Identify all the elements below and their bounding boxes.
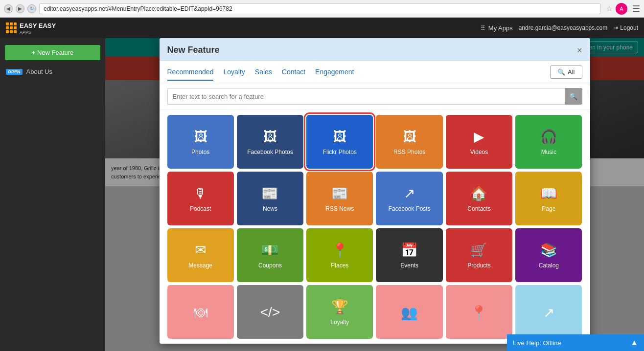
feature-icon: 📰 — [261, 185, 278, 201]
feature-icon: 🏠 — [470, 185, 487, 201]
main-area: Open in your phone Grillz year of 1980, … — [105, 38, 644, 351]
browser-bar: ◀ ▶ ↻ ☆ A ☰ — [0, 0, 644, 18]
search-button[interactable]: 🔍 — [565, 88, 582, 105]
feature-icon: 🏆 — [331, 299, 348, 315]
tab-sales[interactable]: Sales — [255, 68, 272, 81]
feature-item[interactable]: 🏠Contacts — [446, 172, 512, 225]
search-input[interactable] — [167, 88, 565, 105]
feature-icon: 📍 — [331, 242, 348, 258]
feature-icon: ↗ — [404, 185, 415, 201]
feature-icon: ▶ — [474, 129, 484, 145]
feature-item[interactable]: 📖Page — [515, 172, 582, 225]
feature-icon: </> — [260, 305, 280, 320]
back-button[interactable]: ◀ — [4, 4, 13, 13]
feature-label: Events — [400, 262, 418, 270]
feature-item[interactable]: ✉Message — [167, 228, 234, 282]
forward-button[interactable]: ▶ — [16, 4, 24, 13]
feature-label: RSS News — [325, 205, 354, 213]
feature-item[interactable]: 🖼Photos — [167, 115, 234, 169]
logout-icon: ⇥ — [613, 24, 618, 31]
feature-grid: 🖼Photos🖼Facebook Photos🖼Flickr Photos🖼RS… — [160, 110, 590, 344]
open-badge: OPEN — [6, 69, 23, 75]
logo-grid-icon — [6, 22, 17, 33]
feature-icon: 📚 — [540, 242, 557, 258]
search-icon: 🔍 — [557, 68, 565, 76]
url-input[interactable] — [39, 3, 601, 14]
app-header: EASY EASY APPS ⠿ My Apps andre.garcia@ea… — [0, 18, 644, 38]
sidebar-item-label: About Us — [26, 68, 52, 75]
user-email: andre.garcia@easyeasyapps.com — [519, 24, 608, 31]
tab-contact[interactable]: Contact — [282, 68, 305, 81]
modal-header: New Feature × — [160, 38, 590, 61]
feature-item[interactable]: 🖼RSS Photos — [376, 115, 442, 169]
feature-item[interactable]: 📚Catalog — [515, 228, 582, 282]
sidebar-item-about-us[interactable]: OPEN About Us — [0, 63, 105, 80]
new-feature-button[interactable]: + New Feature — [5, 45, 100, 60]
feature-icon: ✉ — [195, 242, 206, 258]
feature-label: Products — [467, 262, 490, 270]
feature-icon: 🎙 — [194, 185, 207, 201]
feature-label: Contacts — [467, 205, 490, 213]
feature-icon: 📍 — [470, 305, 487, 321]
logo-text: EASY EASY APPS — [20, 21, 56, 35]
feature-icon: 📅 — [401, 242, 418, 258]
apps-grid-icon: ⠿ — [481, 24, 485, 32]
expand-icon: ▲ — [630, 338, 638, 347]
feature-item[interactable]: 🍽 — [167, 285, 234, 339]
tab-loyalty[interactable]: Loyalty — [223, 68, 245, 81]
feature-item[interactable]: ↗Facebook Posts — [376, 172, 442, 225]
feature-item[interactable]: 🏆Loyalty — [306, 285, 373, 339]
feature-label: Catalog — [539, 262, 559, 270]
feature-label: Facebook Posts — [389, 205, 431, 213]
bookmark-icon[interactable]: ☆ — [606, 4, 613, 13]
feature-item[interactable]: 📰News — [237, 172, 303, 225]
feature-item[interactable]: 📅Events — [376, 228, 442, 282]
modal-close-button[interactable]: × — [577, 46, 582, 55]
feature-label: Message — [188, 262, 212, 270]
feature-item[interactable]: 🛒Products — [446, 228, 512, 282]
feature-label: Photos — [191, 149, 209, 156]
feature-icon: 🍽 — [194, 305, 207, 321]
feature-item[interactable]: 💵Coupons — [237, 228, 303, 282]
feature-item[interactable]: 🎧Music — [515, 115, 582, 169]
feature-label: Podcast — [190, 205, 211, 213]
feature-icon: 📰 — [331, 185, 348, 201]
logout-button[interactable]: ⇥ Logout — [613, 24, 638, 31]
feature-label: Places — [331, 262, 348, 270]
all-button[interactable]: 🔍 All — [550, 66, 582, 79]
feature-label: Coupons — [258, 262, 282, 270]
feature-label: Facebook Photos — [247, 149, 293, 156]
feature-icon: 🎧 — [540, 129, 557, 145]
feature-icon: 🖼 — [263, 129, 277, 145]
modal-title: New Feature — [167, 45, 220, 55]
feature-item[interactable]: </> — [237, 285, 303, 339]
feature-item[interactable]: 🖼Facebook Photos — [237, 115, 303, 169]
feature-modal: New Feature × Recommended Loyalty Sales … — [160, 38, 590, 344]
live-help-label: Live Help: Offline — [513, 339, 561, 347]
feature-item[interactable]: 📍 — [446, 285, 512, 339]
feature-item[interactable]: 📍Places — [306, 228, 373, 282]
feature-label: Flickr Photos — [323, 149, 357, 156]
feature-item[interactable]: 👥 — [376, 285, 442, 339]
modal-tabs: Recommended Loyalty Sales Contact Engage… — [160, 61, 590, 83]
browser-menu-icon[interactable]: ☰ — [632, 3, 640, 14]
feature-icon: 👥 — [401, 305, 418, 321]
feature-item[interactable]: ▶Videos — [446, 115, 512, 169]
refresh-button[interactable]: ↻ — [27, 4, 36, 13]
feature-icon: 🖼 — [333, 129, 346, 145]
feature-item[interactable]: 📰RSS News — [306, 172, 373, 225]
feature-label: Page — [542, 205, 555, 213]
feature-item[interactable]: 🖼Flickr Photos — [306, 115, 373, 169]
my-apps-button[interactable]: ⠿ My Apps — [481, 24, 513, 32]
feature-icon: 🖼 — [403, 129, 416, 145]
tab-recommended[interactable]: Recommended — [167, 68, 214, 81]
feature-item[interactable]: 🎙Podcast — [167, 172, 234, 225]
feature-icon: 💵 — [261, 242, 278, 258]
modal-overlay: New Feature × Recommended Loyalty Sales … — [105, 38, 644, 351]
tab-engagement[interactable]: Engagement — [315, 68, 354, 81]
feature-item[interactable]: ↗ — [515, 285, 582, 339]
live-help-bar[interactable]: Live Help: Offline ▲ — [507, 334, 644, 351]
feature-icon: 🖼 — [194, 129, 207, 145]
feature-icon: 🛒 — [470, 242, 487, 258]
sidebar: + New Feature OPEN About Us — [0, 38, 105, 351]
